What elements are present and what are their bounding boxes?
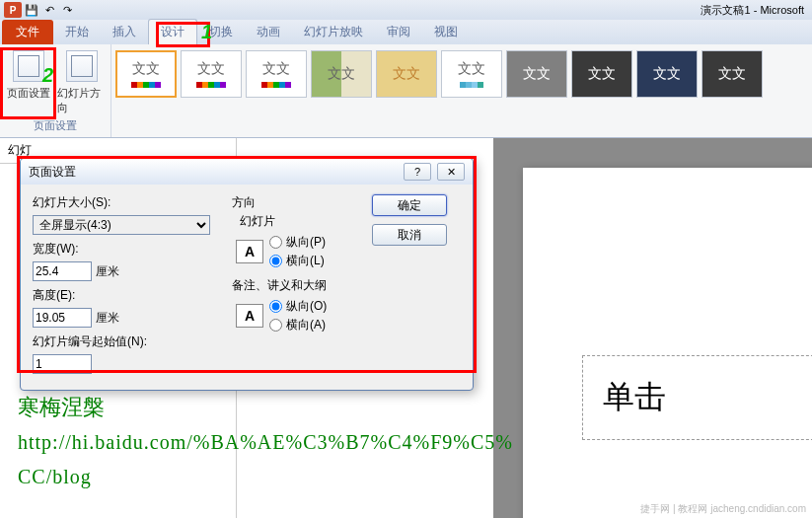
slide-size-select[interactable]: 全屏显示(4:3) [33,215,210,235]
quick-access-toolbar: P 💾 ↶ ↷ [4,2,75,18]
dialog-close-button[interactable]: ✕ [437,163,465,181]
tab-review[interactable]: 审阅 [375,20,422,44]
height-label: 高度(E): [33,287,220,304]
ok-button[interactable]: 确定 [372,194,447,216]
orientation-icon [66,50,98,82]
slides-orient-label: 幻灯片 [240,213,360,230]
notes-orient-icon: A [236,304,263,328]
tab-animation[interactable]: 动画 [245,20,292,44]
theme-item[interactable]: 文文 [246,50,307,98]
annotation-url-1: http://hi.baidu.com/%BA%AE%C3%B7%C4%F9%C… [18,426,513,458]
annotation-url-2: CC/blog [18,461,92,492]
annotation-marker-2: 2 [42,64,53,87]
theme-item[interactable]: 文文 [571,50,632,98]
theme-item[interactable]: 文文 [181,50,242,98]
titlebar: P 💾 ↶ ↷ 演示文稿1 - Microsoft [0,0,812,20]
theme-item[interactable]: 文文 [506,50,567,98]
cancel-button[interactable]: 取消 [372,224,447,246]
group-label-page-setup: 页面设置 [4,118,107,135]
window-title: 演示文稿1 - Microsoft [701,3,804,18]
theme-item[interactable]: 文文 [376,50,437,98]
theme-item[interactable]: 文文 [441,50,502,98]
redo-icon[interactable]: ↷ [59,2,75,18]
slides-portrait-radio[interactable]: 纵向(P) [269,234,326,251]
number-from-label: 幻灯片编号起始值(N): [33,333,220,350]
tab-view[interactable]: 视图 [422,20,470,44]
theme-item[interactable]: 文文 [115,50,177,98]
slides-landscape-radio[interactable]: 横向(L) [269,253,326,269]
annotation-marker-1: 1 [201,21,212,43]
group-page-setup: 页面设置 幻灯片方向 页面设置 [0,44,111,137]
height-input[interactable] [33,308,92,328]
tab-home[interactable]: 开始 [53,20,101,44]
ribbon-content: 页面设置 幻灯片方向 页面设置 文文 文文 文文 文文 文文 文文 文文 文文 … [0,44,812,138]
app-icon[interactable]: P [4,2,22,18]
width-label: 宽度(W): [33,241,220,258]
dialog-titlebar: 页面设置 ? ✕ [21,159,473,185]
notes-landscape-radio[interactable]: 横向(A) [269,317,327,333]
slide-title-placeholder[interactable]: 单击 [582,355,812,440]
orientation-label: 幻灯片方向 [57,86,107,115]
themes-gallery: 文文 文文 文文 文文 文文 文文 文文 文文 文文 文文 [111,44,812,137]
number-from-input[interactable] [33,354,92,374]
file-tab[interactable]: 文件 [2,20,53,44]
annotation-author: 寒梅涅槃 [18,390,105,424]
tab-design[interactable]: 设计 [148,19,197,44]
width-input[interactable] [33,261,92,281]
slide-size-label: 幻灯片大小(S): [33,194,220,211]
theme-item[interactable]: 文文 [311,50,372,98]
notes-portrait-radio[interactable]: 纵向(O) [269,298,327,315]
theme-item[interactable]: 文文 [636,50,698,98]
orientation-label: 方向 [232,194,360,211]
notes-orient-label: 备注、讲义和大纲 [232,277,360,294]
slides-orient-icon: A [236,240,263,263]
tab-insert[interactable]: 插入 [101,20,148,44]
slide-orientation-button[interactable]: 幻灯片方向 [57,50,107,115]
slide-canvas-area: 单击 [493,138,812,518]
width-unit: 厘米 [96,264,119,278]
theme-item[interactable]: 文文 [701,50,763,98]
tab-slideshow[interactable]: 幻灯片放映 [292,20,375,44]
save-icon[interactable]: 💾 [24,2,39,18]
page-setup-label: 页面设置 [7,86,50,101]
watermark: 捷手网 | 教程网 jacheng.cndidian.com [640,502,806,516]
ribbon-tabs: 文件 开始 插入 设计 切换 动画 幻灯片放映 审阅 视图 [0,20,812,44]
dialog-title-text: 页面设置 [29,164,76,181]
height-unit: 厘米 [96,311,119,325]
undo-icon[interactable]: ↶ [41,2,57,18]
page-setup-dialog: 页面设置 ? ✕ 幻灯片大小(S): 全屏显示(4:3) 宽度(W): 厘米 高… [20,158,474,391]
page-setup-icon [13,50,44,82]
slide-canvas[interactable]: 单击 [523,168,812,518]
dialog-help-button[interactable]: ? [404,163,431,181]
